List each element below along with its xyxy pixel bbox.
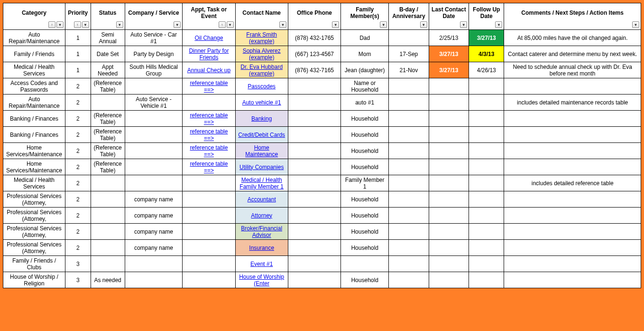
cell-follow xyxy=(469,272,504,288)
cell-family: Household xyxy=(341,208,389,224)
contact-link[interactable]: Passcodes xyxy=(248,83,276,90)
filter-dropdown-icon[interactable]: ▼ xyxy=(332,21,339,28)
filter-dropdown-icon[interactable]: ▼ xyxy=(174,21,181,28)
cell-family: auto #1 xyxy=(341,95,389,111)
cell-status: (Reference Table) xyxy=(91,127,125,143)
appt-link[interactable]: reference table ==> xyxy=(190,144,228,158)
filter-dropdown-icon[interactable]: ▼ xyxy=(632,21,639,28)
filter-dropdown-icon[interactable]: ▼ xyxy=(420,21,427,28)
table-row: Home Services/Maintenance2(Reference Tab… xyxy=(3,159,641,175)
appt-link[interactable]: Annual Check up xyxy=(187,67,230,74)
cell-phone xyxy=(288,224,340,240)
contact-link[interactable]: Medical / Health Family Member 1 xyxy=(239,177,284,190)
contact-link[interactable]: Home Maintenance xyxy=(245,144,278,158)
cell-category: Auto Repair/Maintenance xyxy=(3,30,65,46)
cell-family: Household xyxy=(341,224,389,240)
col-header-label: Category xyxy=(22,9,46,16)
table-row: Professional Services (Attorney,2company… xyxy=(3,208,641,224)
cell-last: 2/25/13 xyxy=(429,30,469,46)
filter-dropdown-icon[interactable]: ▼ xyxy=(380,21,387,28)
table-row: Banking / Finances2(Reference Table)refe… xyxy=(3,127,641,143)
cell-comments xyxy=(504,127,641,143)
filter-dropdown-icon[interactable]: ▼ xyxy=(495,21,502,28)
cell-priority: 2 xyxy=(65,143,91,159)
cell-phone xyxy=(288,240,340,256)
cell-contact: Auto vehicle #1 xyxy=(235,95,288,111)
appt-link[interactable]: Dinner Party for Friends xyxy=(189,47,229,61)
cell-category: Home Services/Maintenance xyxy=(3,159,65,175)
filter-dropdown-icon[interactable]: ▼ xyxy=(227,21,234,28)
cell-follow xyxy=(469,143,504,159)
cell-status xyxy=(91,224,125,240)
contact-link[interactable]: Utility Companies xyxy=(239,164,284,170)
cell-contact: Accountant xyxy=(235,191,288,208)
contact-link[interactable]: Auto vehicle #1 xyxy=(242,99,281,106)
appt-link[interactable]: Oil Change xyxy=(194,35,223,41)
cell-category: Professional Services (Attorney, xyxy=(3,224,65,240)
cell-follow xyxy=(469,175,504,191)
sort-asc-icon[interactable]: ↑ xyxy=(74,21,81,28)
cell-priority: 3 xyxy=(65,256,91,272)
cell-last xyxy=(429,272,469,288)
filter-dropdown-icon[interactable]: ▼ xyxy=(279,21,286,28)
cell-priority: 2 xyxy=(65,127,91,143)
cell-contact: Banking xyxy=(235,111,288,127)
contact-link[interactable]: Insurance xyxy=(249,245,274,251)
filter-dropdown-icon[interactable]: ▼ xyxy=(460,21,467,28)
col-header-label: Family Member(s) xyxy=(350,6,379,19)
col-header-label: Company / Service xyxy=(128,9,179,16)
cell-contact: House of Worship (Enter xyxy=(235,272,288,288)
appt-link[interactable]: reference table ==> xyxy=(190,161,228,174)
contact-link[interactable]: House of Worship (Enter xyxy=(239,274,284,287)
cell-phone xyxy=(288,111,340,127)
cell-last xyxy=(429,159,469,175)
sort-asc-icon[interactable]: ↑ xyxy=(219,21,226,28)
appt-link[interactable]: reference table ==> xyxy=(190,112,228,125)
cell-contact: Dr. Eva Hubbard (example) xyxy=(235,62,288,78)
filter-dropdown-icon[interactable]: ▼ xyxy=(116,21,123,28)
contact-link[interactable]: Frank Smith (example) xyxy=(246,31,277,45)
cell-category: Home Services/Maintenance xyxy=(3,143,65,159)
cell-family: Household xyxy=(341,159,389,175)
col-header-company: Company / Service▼ xyxy=(125,3,183,30)
table-row: Professional Services (Attorney,2company… xyxy=(3,224,641,240)
sort-asc-icon[interactable]: ↑ xyxy=(48,21,55,28)
contact-link[interactable]: Banking xyxy=(251,115,272,122)
filter-dropdown-icon[interactable]: ▼ xyxy=(82,21,89,28)
contact-link[interactable]: Dr. Eva Hubbard (example) xyxy=(240,64,283,77)
cell-comments xyxy=(504,224,641,240)
cell-comments xyxy=(504,143,641,159)
col-header-label: Comments / Next Steps / Action Items xyxy=(521,9,624,16)
cell-company: company name xyxy=(125,224,183,240)
cell-company: company name xyxy=(125,240,183,256)
cell-category: Banking / Finances xyxy=(3,127,65,143)
cell-phone xyxy=(288,78,340,95)
tracking-spreadsheet: Category↑▼Priority↑▼Status▼Company / Ser… xyxy=(3,3,641,288)
cell-comments xyxy=(504,272,641,288)
contact-link[interactable]: Credit/Debit Cards xyxy=(238,132,285,138)
cell-company: Auto Service - Vehicle #1 xyxy=(125,95,183,111)
cell-follow xyxy=(469,224,504,240)
contact-link[interactable]: Sophia Alverez (example) xyxy=(243,47,281,61)
cell-last xyxy=(429,256,469,272)
cell-family xyxy=(341,256,389,272)
contact-link[interactable]: Broker/Financial Advisor xyxy=(241,225,282,238)
cell-category: Family / Friends xyxy=(3,46,65,62)
cell-contact: Sophia Alverez (example) xyxy=(235,46,288,62)
cell-status: (Reference Table) xyxy=(91,159,125,175)
cell-contact: Home Maintenance xyxy=(235,143,288,159)
appt-link[interactable]: reference table ==> xyxy=(190,128,228,142)
cell-appt: reference table ==> xyxy=(183,111,235,127)
contact-link[interactable]: Accountant xyxy=(248,196,276,203)
appt-link[interactable]: reference table ==> xyxy=(190,80,228,93)
cell-appt: reference table ==> xyxy=(183,127,235,143)
cell-priority: 2 xyxy=(65,111,91,127)
cell-comments xyxy=(504,191,641,208)
contact-link[interactable]: Event #1 xyxy=(250,261,273,267)
cell-bday xyxy=(389,224,429,240)
cell-bday xyxy=(389,240,429,256)
cell-follow xyxy=(469,208,504,224)
filter-dropdown-icon[interactable]: ▼ xyxy=(56,21,64,28)
cell-priority: 2 xyxy=(65,191,91,208)
contact-link[interactable]: Attorney xyxy=(251,212,272,219)
